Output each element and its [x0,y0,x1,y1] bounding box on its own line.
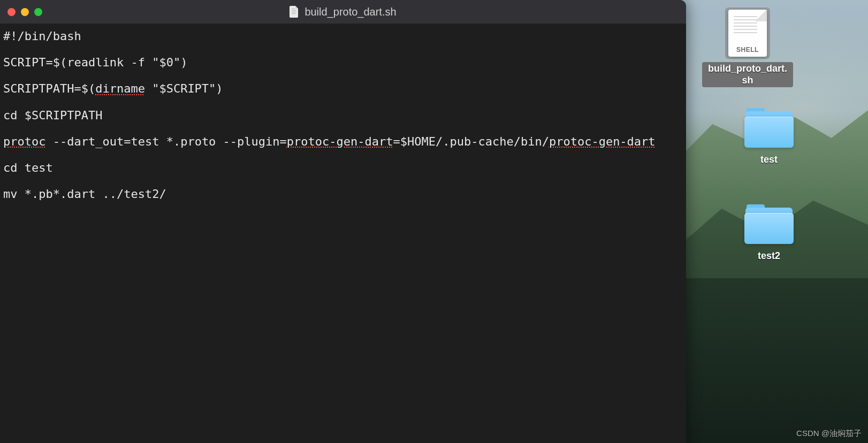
traffic-lights [7,8,42,16]
code-line [3,70,683,83]
code-token: =$HOME/.pub-cache/bin/ [393,135,549,148]
desktop-file-label: build_proto_dart.sh [702,62,793,87]
folder-icon [744,204,794,244]
svg-rect-2 [292,12,296,12]
code-line: protoc --dart_out=test *.proto --plugin=… [3,135,683,149]
code-token: "$SCRIPT") [145,82,223,95]
code-token-spellerror: protoc-gen-dart [287,135,393,148]
window-title-group: build_proto_dart.sh [0,6,686,18]
svg-rect-0 [292,9,295,9]
editor-window: build_proto_dart.sh #!/bin/bashSCRIPT=$(… [0,0,686,443]
code-line [3,96,683,109]
code-line [3,122,683,135]
desktop-folder-test[interactable]: test [724,106,814,167]
wallpaper-ridge [685,278,868,443]
code-token-spellerror: protoc [3,135,45,148]
code-line [3,149,683,162]
shell-file-icon: SHELL [728,10,767,57]
window-title: build_proto_dart.sh [304,6,396,18]
file-type-tag: SHELL [736,46,759,54]
maximize-icon[interactable] [34,8,42,16]
code-line: mv *.pb*.dart ../test2/ [3,188,683,201]
window-titlebar[interactable]: build_proto_dart.sh [0,0,686,24]
code-token-spellerror: protoc-gen-dart [549,135,656,148]
svg-rect-1 [292,10,296,11]
code-token: SCRIPTPATH=$( [3,82,95,95]
desktop-folder-label: test2 [753,249,785,263]
desktop-file-build-proto[interactable]: SHELL build_proto_dart.sh [702,7,793,87]
editor-content[interactable]: #!/bin/bashSCRIPT=$(readlink -f "$0")SCR… [0,24,686,443]
code-line: cd $SCRIPTPATH [3,109,683,123]
code-line: cd test [3,162,683,175]
folder-icon [744,108,794,148]
svg-rect-3 [292,13,295,14]
desktop-folder-test2[interactable]: test2 [724,202,814,263]
close-icon[interactable] [7,8,16,16]
code-line [3,43,683,57]
code-line [3,175,683,188]
document-icon [290,6,299,18]
minimize-icon[interactable] [21,8,29,16]
watermark: CSDN @油焖茄子 [796,429,862,439]
desktop-folder-label: test [756,153,782,167]
code-line: #!/bin/bash [3,30,683,43]
code-token: --dart_out=test *.proto --plugin= [45,135,286,148]
code-token-spellerror: dirname [95,82,145,95]
code-line: SCRIPT=$(readlink -f "$0") [3,56,683,70]
code-line: SCRIPTPATH=$(dirname "$SCRIPT") [3,82,683,96]
